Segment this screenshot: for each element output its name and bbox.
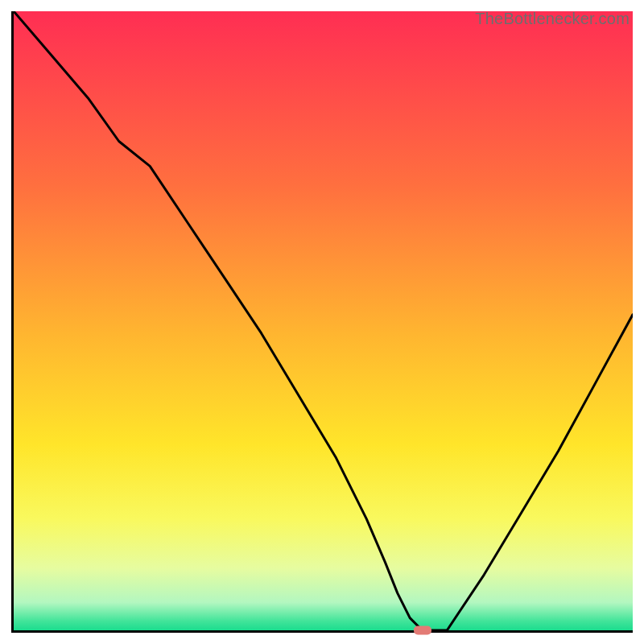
- attribution-label: TheBottlenecker.com: [475, 10, 630, 28]
- optimal-marker: [414, 626, 431, 635]
- gradient-background: [14, 11, 633, 630]
- plot-area: TheBottlenecker.com: [11, 11, 633, 633]
- bottleneck-chart: TheBottlenecker.com: [0, 0, 644, 644]
- svg-rect-0: [14, 11, 633, 630]
